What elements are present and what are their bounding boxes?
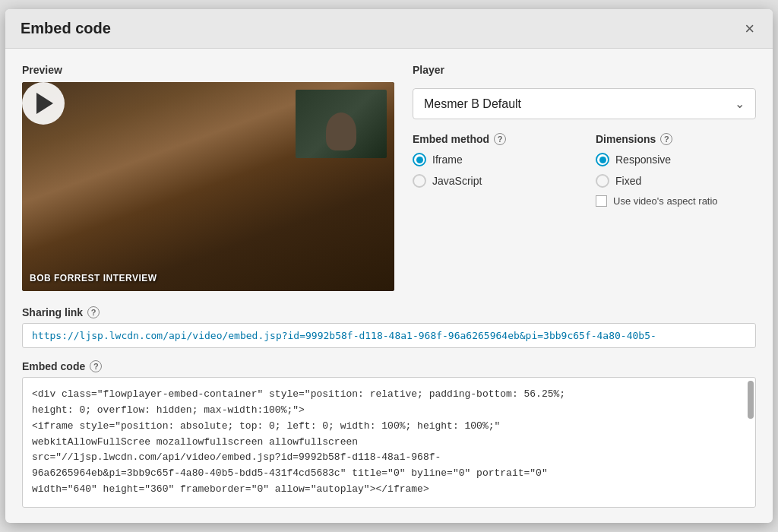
dimensions-group: Dimensions ? Responsive Fixed (596, 133, 756, 207)
video-overlay-person (296, 90, 387, 158)
aspect-ratio-checkbox-box[interactable] (596, 195, 607, 207)
embed-method-help-icon[interactable]: ? (494, 133, 506, 145)
radio-responsive-circle[interactable] (596, 153, 609, 166)
top-section: Preview BOB FORREST INTERVIEW Player Mes… (22, 64, 756, 291)
embed-code-heading: Embed code ? (22, 360, 756, 372)
embed-code-text: <div class="flowplayer-embed-container" … (32, 388, 565, 495)
aspect-ratio-checkbox[interactable]: Use video's aspect ratio (596, 195, 756, 207)
player-section: Player Mesmer B Default ⌄ (413, 64, 756, 119)
options-row: Embed method ? Iframe JavaScript (413, 133, 756, 207)
preview-label: Preview (22, 64, 394, 76)
chevron-down-icon: ⌄ (735, 97, 745, 111)
right-section: Player Mesmer B Default ⌄ Embed method ? (413, 64, 756, 291)
video-caption: BOB FORREST INTERVIEW (30, 273, 157, 283)
video-player[interactable]: BOB FORREST INTERVIEW (22, 82, 394, 291)
player-label: Player (413, 64, 756, 76)
radio-responsive-label: Responsive (615, 154, 671, 166)
radio-responsive[interactable]: Responsive (596, 153, 756, 166)
embed-method-label: Embed method ? (413, 133, 573, 145)
dimensions-help-icon[interactable]: ? (660, 133, 672, 145)
dimensions-label: Dimensions ? (596, 133, 756, 145)
scrollbar[interactable] (748, 381, 754, 419)
embed-code-box[interactable]: <div class="flowplayer-embed-container" … (22, 377, 756, 508)
radio-javascript[interactable]: JavaScript (413, 174, 573, 188)
radio-iframe[interactable]: Iframe (413, 153, 573, 166)
sharing-link-heading: Sharing link ? (22, 306, 756, 318)
embed-code-section: Embed code ? <div class="flowplayer-embe… (22, 360, 756, 508)
player-selected-value: Mesmer B Default (424, 97, 521, 111)
embed-code-help-icon[interactable]: ? (90, 360, 102, 372)
sharing-link-box[interactable]: https://ljsp.lwcdn.com/api/video/embed.j… (22, 323, 756, 348)
sharing-section: Sharing link ? https://ljsp.lwcdn.com/ap… (22, 306, 756, 348)
embed-method-group: Embed method ? Iframe JavaScript (413, 133, 573, 207)
sharing-link-help-icon[interactable]: ? (87, 306, 100, 318)
radio-javascript-label: JavaScript (432, 175, 482, 187)
radio-javascript-circle[interactable] (413, 174, 426, 188)
radio-iframe-label: Iframe (432, 154, 463, 166)
radio-fixed-circle[interactable] (596, 174, 609, 188)
close-button[interactable]: × (742, 21, 757, 37)
modal-title: Embed code (21, 20, 111, 37)
play-button[interactable] (22, 82, 65, 125)
aspect-ratio-label: Use video's aspect ratio (613, 195, 718, 207)
radio-fixed[interactable]: Fixed (596, 174, 756, 188)
radio-iframe-circle[interactable] (413, 153, 426, 166)
radio-fixed-label: Fixed (615, 175, 641, 187)
modal-body: Preview BOB FORREST INTERVIEW Player Mes… (5, 49, 773, 523)
embed-code-modal: Embed code × Preview BOB FORREST INTERVI… (5, 9, 773, 523)
player-dropdown[interactable]: Mesmer B Default ⌄ (413, 88, 756, 119)
modal-header: Embed code × (5, 9, 773, 49)
preview-section: Preview BOB FORREST INTERVIEW (22, 64, 394, 291)
